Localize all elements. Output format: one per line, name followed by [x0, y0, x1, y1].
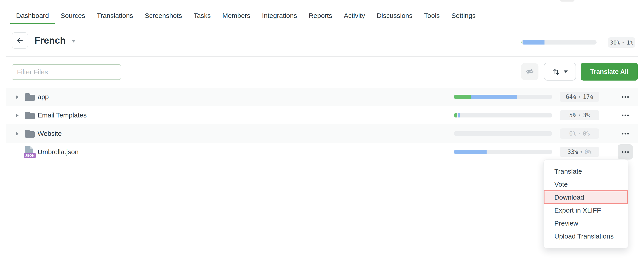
tab-members[interactable]: Members	[217, 0, 256, 24]
file-name[interactable]: Website	[38, 124, 62, 143]
project-dashboard-page: Dashboard Sources Translations Screensho…	[0, 0, 644, 260]
chevron-right-icon[interactable]	[16, 114, 18, 117]
translated-percent: 5%	[569, 112, 576, 119]
eye-off-icon	[526, 67, 534, 76]
file-menu-button[interactable]	[618, 126, 633, 141]
tab-activity[interactable]: Activity	[338, 0, 371, 24]
menu-item-export-in-xliff[interactable]: Export in XLIFF	[544, 204, 628, 217]
menu-item-upload-translations[interactable]: Upload Translations	[544, 230, 628, 243]
tab-label: Activity	[344, 12, 365, 20]
ellipsis-icon	[622, 115, 624, 116]
folder-icon	[25, 130, 35, 138]
toggle-hidden-files-button[interactable]	[521, 63, 538, 80]
arrow-left-icon	[16, 36, 24, 45]
approved-percent: 3%	[583, 112, 590, 119]
header-divider	[6, 56, 638, 57]
sort-button[interactable]	[544, 63, 576, 81]
chevron-down-icon	[564, 71, 568, 73]
translated-progress-segment	[471, 95, 517, 99]
tab-discussions[interactable]: Discussions	[371, 0, 418, 24]
language-dropdown[interactable]: French	[34, 32, 76, 49]
translated-percent: 64%	[566, 94, 576, 100]
tab-label: Members	[222, 12, 250, 20]
approved-progress-segment	[454, 95, 471, 99]
file-name[interactable]: app	[38, 88, 49, 106]
file-menu-button[interactable]	[618, 108, 633, 123]
file-menu-button[interactable]	[618, 89, 633, 105]
tab-label: Discussions	[376, 12, 412, 20]
file-list: JSON app 64% • 17% JSON Email Templates	[6, 88, 638, 161]
menu-item-vote[interactable]: Vote	[544, 178, 628, 191]
approved-percent: 0%	[584, 149, 592, 155]
topnav-tabs: Dashboard Sources Translations Screensho…	[10, 0, 482, 24]
file-row-app[interactable]: JSON app 64% • 17%	[6, 88, 638, 106]
approved-percent: 0%	[583, 130, 590, 137]
file-context-menu: Translate Vote Download Export in XLIFF …	[544, 159, 628, 248]
menu-item-label: Translate	[554, 168, 582, 175]
approved-progress-segment	[522, 40, 522, 45]
tab-label: Tasks	[194, 12, 211, 20]
translated-percent: 33%	[568, 149, 578, 155]
translate-all-button[interactable]: Translate All	[581, 63, 638, 81]
menu-item-translate[interactable]: Translate	[544, 165, 628, 178]
approved-progress-segment	[454, 113, 457, 117]
sort-arrows-icon	[552, 68, 560, 76]
tab-label: Reports	[308, 12, 332, 20]
folder-icon	[25, 112, 35, 119]
file-row-website[interactable]: JSON Website 0% • 0%	[6, 124, 638, 143]
file-progress-badge: 0% • 0%	[560, 128, 599, 139]
tab-integrations[interactable]: Integrations	[256, 0, 303, 24]
folder-icon	[25, 93, 35, 101]
file-name[interactable]: Email Templates	[38, 106, 87, 124]
back-button[interactable]	[12, 32, 28, 49]
tab-label: Settings	[452, 12, 476, 20]
topnav: Dashboard Sources Translations Screensho…	[0, 0, 644, 24]
file-progress-badge: 64% • 17%	[560, 92, 599, 102]
dot-separator: •	[578, 113, 581, 118]
chevron-down-icon	[72, 40, 76, 43]
json-badge: JSON	[24, 153, 36, 158]
ellipsis-icon	[622, 133, 624, 134]
approved-percent: 1%	[626, 39, 633, 46]
file-progress-badge: 5% • 3%	[560, 110, 599, 120]
translated-progress-segment	[522, 40, 544, 45]
file-row-umbrella-json[interactable]: JSON Umbrella.json 33% • 0%	[6, 143, 638, 161]
translated-progress-segment	[458, 113, 460, 117]
file-progress-bar	[454, 150, 552, 154]
menu-item-download[interactable]: Download	[544, 190, 628, 204]
tab-label: Tools	[424, 12, 440, 20]
chevron-right-icon[interactable]	[16, 132, 18, 136]
translated-percent: 0%	[569, 130, 576, 137]
json-file-icon: JSON	[25, 146, 34, 158]
file-progress-bar	[454, 131, 552, 136]
tab-tools[interactable]: Tools	[418, 0, 446, 24]
file-menu-button[interactable]	[618, 144, 633, 160]
tab-label: Sources	[60, 12, 85, 20]
tab-label: Dashboard	[16, 12, 49, 20]
file-progress-badge: 33% • 0%	[560, 147, 599, 157]
menu-item-preview[interactable]: Preview	[544, 217, 628, 230]
tab-tasks[interactable]: Tasks	[188, 0, 217, 24]
menu-item-label: Upload Translations	[554, 232, 614, 240]
tab-settings[interactable]: Settings	[446, 0, 482, 24]
tab-dashboard[interactable]: Dashboard	[10, 0, 55, 24]
tab-reports[interactable]: Reports	[303, 0, 338, 24]
translated-percent: 30%	[610, 39, 620, 46]
dot-separator: •	[578, 94, 581, 100]
filter-files-input[interactable]	[12, 64, 121, 80]
tab-screenshots[interactable]: Screenshots	[139, 0, 188, 24]
file-name[interactable]: Umbrella.json	[38, 143, 78, 161]
cutoff-element	[560, 0, 574, 2]
dot-separator: •	[578, 131, 581, 136]
chevron-right-icon[interactable]	[16, 95, 18, 99]
tab-label: Translations	[97, 12, 133, 20]
translated-progress-segment	[454, 150, 486, 154]
page-title: French	[34, 35, 66, 46]
approved-percent: 17%	[583, 94, 593, 100]
tab-translations[interactable]: Translations	[91, 0, 139, 24]
ellipsis-icon	[622, 96, 624, 98]
file-row-email-templates[interactable]: JSON Email Templates 5% • 3%	[6, 106, 638, 124]
ellipsis-icon	[622, 151, 624, 153]
tab-sources[interactable]: Sources	[55, 0, 91, 24]
language-progress-bar	[522, 40, 596, 45]
